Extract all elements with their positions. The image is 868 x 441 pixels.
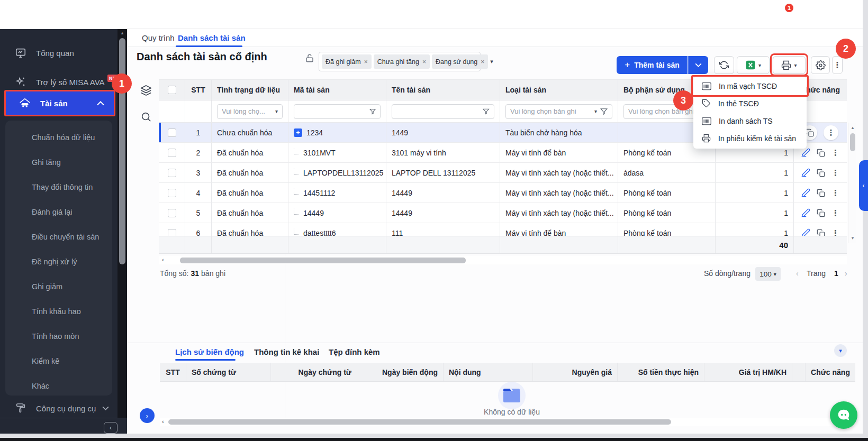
edit-button[interactable] (801, 168, 810, 177)
scroll-left-icon[interactable] (162, 256, 164, 263)
edit-button[interactable] (801, 228, 810, 236)
table-hscroll-thumb[interactable] (180, 258, 466, 263)
funnel-icon[interactable] (369, 108, 376, 115)
copy-button[interactable] (817, 209, 825, 217)
type-filter-select[interactable]: Vui lòng chọn bản ghi (505, 104, 612, 119)
unlock-icon[interactable] (305, 53, 314, 65)
table-row[interactable]: 3 Đã chuẩn hóa LAPTOPDELL13112025 LAPTOP… (159, 163, 847, 183)
row-more-button[interactable] (831, 168, 839, 178)
row-checkbox[interactable] (168, 149, 176, 157)
sidebar-scrollbar-thumb[interactable] (119, 38, 125, 264)
edit-button[interactable] (801, 188, 810, 197)
name-filter-text[interactable] (396, 107, 480, 115)
table-row[interactable]: 6 Đã chuẩn hóa dattestttt6 111 Máy vi tí… (159, 223, 847, 236)
expand-row-icon[interactable] (294, 128, 302, 137)
row-more-button[interactable] (831, 188, 839, 198)
chip-close-icon[interactable] (364, 58, 368, 66)
col-header-type[interactable]: Loại tài sản (500, 80, 618, 100)
sidebar-item-overview[interactable]: Tổng quan (0, 41, 117, 65)
expand-panel-button[interactable]: › (140, 408, 155, 423)
row-checkbox[interactable] (168, 169, 176, 177)
scroll-left-icon[interactable] (162, 418, 164, 425)
search-button[interactable] (140, 111, 152, 125)
filter-chip-not-increased[interactable]: Chưa ghi tăng (374, 54, 430, 69)
detail-horizontal-scrollbar[interactable] (160, 418, 856, 426)
next-page-button[interactable]: › (845, 269, 847, 278)
menu-item-print-inventory-sheet[interactable]: In phiếu kiểm kê tài sản (693, 130, 807, 147)
funnel-icon[interactable] (483, 108, 490, 115)
layers-button[interactable] (140, 85, 152, 98)
submenu-item-other[interactable]: Khác (5, 373, 112, 398)
refresh-button[interactable] (714, 56, 734, 74)
chip-close-icon[interactable] (481, 58, 484, 66)
col-header-status[interactable]: Tình trạng dữ liệu (212, 80, 288, 100)
row-more-button[interactable] (831, 228, 839, 236)
table-row[interactable]: 4 Đã chuẩn hóa 14451112 14449 Máy vi tín… (159, 183, 847, 203)
scroll-down-icon[interactable] (848, 235, 857, 241)
detail-hscroll-thumb[interactable] (168, 419, 671, 425)
submenu-item-wear[interactable]: Tính hao mòn (5, 324, 112, 348)
row-checkbox[interactable] (168, 209, 176, 217)
status-filter-select[interactable]: Vui lòng chọ... (217, 104, 283, 119)
select-all-checkbox[interactable] (168, 86, 176, 94)
copy-button[interactable] (817, 169, 825, 177)
detail-tab-attachments[interactable]: Tệp đính kèm (329, 347, 380, 356)
col-header-stt[interactable]: STT (185, 80, 212, 100)
copy-button[interactable] (817, 229, 825, 236)
chips-dropdown-icon[interactable] (490, 58, 493, 65)
submenu-item-change-info[interactable]: Thay đổi thông tin (5, 174, 112, 199)
table-settings-button[interactable] (811, 56, 830, 74)
rows-per-page-select[interactable]: 100 (755, 267, 781, 281)
filter-chip-in-use[interactable]: Đang sử dụng (432, 54, 488, 69)
add-asset-button[interactable]: + Thêm tài sản (617, 56, 688, 74)
col-header-code[interactable]: Mã tài sản (288, 80, 386, 100)
row-checkbox[interactable] (168, 189, 176, 197)
scroll-up-icon[interactable] (848, 125, 857, 130)
chip-close-icon[interactable] (422, 58, 426, 66)
menu-item-print-list[interactable]: In danh sách TS (693, 112, 807, 130)
row-checkbox[interactable] (168, 229, 176, 236)
name-filter-input[interactable] (392, 104, 494, 119)
row-more-button[interactable] (831, 208, 839, 218)
scroll-up-icon[interactable] (117, 30, 127, 35)
detail-tab-declaration[interactable]: Thông tin kê khai (254, 347, 319, 356)
row-checkbox[interactable] (168, 128, 176, 137)
copy-button[interactable] (817, 149, 825, 157)
funnel-icon[interactable] (600, 108, 608, 115)
tab-process[interactable]: Quy trình (142, 33, 175, 42)
detail-tab-history[interactable]: Lịch sử biến động (175, 347, 244, 356)
prev-page-button[interactable]: ‹ (796, 269, 799, 278)
table-row[interactable]: 5 Đã chuẩn hóa 14449 14449 Máy vi tính x… (159, 203, 847, 223)
sidebar-collapse-button[interactable]: ‹ (104, 422, 117, 434)
menu-item-print-card[interactable]: In thẻ TSCĐ (693, 95, 807, 112)
filter-chip-decreased[interactable]: Đã ghi giảm (322, 54, 372, 69)
code-filter-text[interactable] (299, 107, 366, 115)
row-more-button[interactable] (824, 125, 838, 140)
sidebar-item-tools[interactable]: Công cụ dụng cụ (0, 397, 117, 420)
more-actions-button[interactable] (832, 56, 843, 74)
table-vscroll-thumb[interactable] (850, 133, 855, 151)
submenu-item-request-handling[interactable]: Đề nghị xử lý (5, 249, 112, 274)
code-filter-input[interactable] (294, 104, 381, 119)
submenu-item-record-decrease[interactable]: Ghi giảm (5, 274, 112, 299)
tab-asset-list[interactable]: Danh sách tài sản (178, 33, 246, 42)
copy-button[interactable] (817, 189, 825, 197)
collapse-side-panel-handle[interactable]: ‹ (859, 160, 868, 211)
submenu-item-transfer-assets[interactable]: Điều chuyển tài sản (5, 224, 112, 249)
detail-collapse-button[interactable] (834, 344, 847, 357)
submenu-item-normalize-data[interactable]: Chuẩn hóa dữ liệu (5, 125, 112, 150)
export-excel-button[interactable] (737, 56, 770, 74)
edit-button[interactable] (801, 148, 810, 157)
chat-support-button[interactable] (830, 401, 857, 429)
submenu-item-depreciation[interactable]: Tính khấu hao (5, 299, 112, 324)
row-more-button[interactable] (831, 148, 839, 158)
table-horizontal-scrollbar[interactable] (159, 256, 847, 264)
add-asset-dropdown-button[interactable] (688, 56, 708, 74)
filter-chips-box[interactable]: Đã ghi giảm Chưa ghi tăng Đang sử dụng (319, 52, 481, 71)
table-vertical-scrollbar[interactable] (848, 123, 856, 243)
submenu-item-inventory[interactable]: Kiểm kê (5, 348, 112, 373)
col-header-name[interactable]: Tên tài sản (386, 80, 500, 100)
submenu-item-revaluate[interactable]: Đánh giá lại (5, 199, 112, 224)
edit-button[interactable] (801, 208, 810, 217)
submenu-item-record-increase[interactable]: Ghi tăng (5, 150, 112, 174)
